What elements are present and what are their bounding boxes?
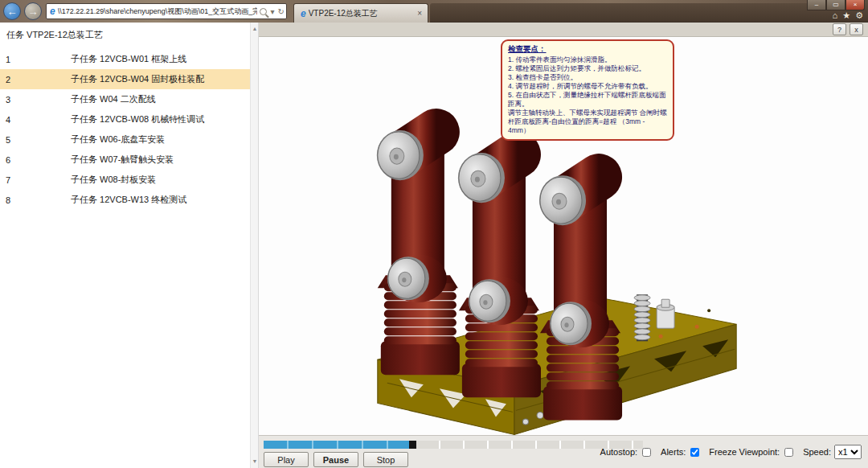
task-label: 子任务 W08-封板安装 xyxy=(71,174,156,186)
task-row-4[interactable]: 4 子任务 12VCB-W08 机械特性调试 xyxy=(0,109,250,129)
browser-tab[interactable]: e VTP2E-12总装工艺 × xyxy=(293,3,428,23)
browser-toolbar-icons: ⌂ ★ ⚙ xyxy=(833,10,863,21)
inspection-note-title: 检查要点： xyxy=(508,44,667,55)
browser-chrome: ← → e \\172.22.21.29\share\chenyupeng\视图… xyxy=(0,0,868,23)
page-icon: e xyxy=(50,6,55,17)
inspection-note-line: 调节主轴转动块上、下螺母来实现超程调节 合闸时螺杆距底板距离-自由位置的距离=超… xyxy=(508,109,667,135)
alerts-label: Alerts: xyxy=(661,447,686,457)
autostop-checkbox[interactable] xyxy=(642,448,651,457)
refresh-icon[interactable]: ↻ xyxy=(278,7,285,16)
task-label: 子任务 12VCB-W13 终检测试 xyxy=(71,194,186,206)
pause-button[interactable]: Pause xyxy=(313,452,358,467)
inspection-note: 检查要点： 1. 传动零件表面均匀涂抹润滑脂。 2. 螺栓紧固后达到力矩要求，并… xyxy=(501,39,674,141)
task-row-6[interactable]: 6 子任务 W07-触臂触头安装 xyxy=(0,150,250,170)
tab-strip xyxy=(430,3,868,23)
inspection-note-line: 3. 检查挡卡是否到位。 xyxy=(508,73,667,82)
task-row-5[interactable]: 5 子任务 W06-底盘车安装 xyxy=(0,129,250,150)
scroll-down-icon[interactable]: ▼ xyxy=(251,457,259,466)
pole-2[interactable] xyxy=(458,146,541,397)
task-label: 子任务 W04 二次配线 xyxy=(71,93,156,105)
task-row-2-selected[interactable]: 2 子任务 12VCB-W04 固封极柱装配 xyxy=(0,69,250,89)
task-number: 2 xyxy=(6,75,10,84)
viewer-canvas[interactable]: 检查要点： 1. 传动零件表面均匀涂抹润滑脂。 2. 螺栓紧固后达到力矩要求，并… xyxy=(259,37,868,435)
playback-options: Autostop: Alerts: Freeze Viewpoint: Spee… xyxy=(600,445,862,459)
transport-controls: Play Pause Stop xyxy=(264,452,408,467)
back-button[interactable]: ← xyxy=(3,2,21,20)
help-button[interactable]: ? xyxy=(833,23,846,35)
task-number: 8 xyxy=(6,195,10,205)
tab-favicon: e xyxy=(301,8,306,19)
tab-title: VTP2E-12总装工艺 xyxy=(309,8,415,19)
stop-button[interactable]: Stop xyxy=(363,452,408,467)
viewer-toolbar: ? x xyxy=(259,23,868,37)
sensor-cylinder xyxy=(657,299,674,328)
window-buttons: – ▭ × xyxy=(807,0,865,10)
task-label: 子任务 12VCB-W04 固封极柱装配 xyxy=(71,73,204,85)
speed-select[interactable]: x1 xyxy=(834,445,862,459)
task-row-3[interactable]: 3 子任务 W04 二次配线 xyxy=(0,89,250,109)
task-row-1[interactable]: 1 子任务 12VCB-W01 框架上线 xyxy=(0,49,250,69)
task-number: 4 xyxy=(6,115,10,125)
task-row-7[interactable]: 7 子任务 W08-封板安装 xyxy=(0,170,250,190)
speed-label: Speed: xyxy=(803,447,831,457)
pole-3[interactable] xyxy=(539,169,622,420)
minimize-button[interactable]: – xyxy=(807,0,826,10)
task-label: 子任务 W07-触臂触头安装 xyxy=(71,154,174,166)
forward-button[interactable]: → xyxy=(24,2,42,20)
task-number: 7 xyxy=(6,175,10,185)
timeline-marker[interactable] xyxy=(409,441,416,449)
task-number: 1 xyxy=(6,55,10,64)
close-window-button[interactable]: × xyxy=(845,0,865,10)
alerts-checkbox[interactable] xyxy=(690,448,699,457)
tab-close-icon[interactable]: × xyxy=(415,9,424,18)
task-label: 子任务 12VCB-W01 框架上线 xyxy=(71,53,186,65)
freeze-viewpoint-checkbox[interactable] xyxy=(784,448,793,457)
task-number: 6 xyxy=(6,155,10,165)
settings-gear-icon[interactable]: ⚙ xyxy=(855,10,863,21)
task-list-header: 任务 VTP2E-12总装工艺 xyxy=(0,23,250,49)
task-label: 子任务 12VCB-W08 机械特性调试 xyxy=(71,113,204,125)
autostop-label: Autostop: xyxy=(600,447,637,457)
address-bar[interactable]: e \\172.22.21.29\share\chenyupeng\视图\动画\… xyxy=(46,3,287,19)
address-dropdown-icon[interactable]: ▾ xyxy=(271,7,275,16)
inspection-note-line: 5. 在自由状态下，测量绝缘拉杆下端螺杆距底板端面距离。 xyxy=(508,91,667,109)
contact-spring xyxy=(634,294,650,341)
timeline-progress xyxy=(264,441,409,449)
freeze-viewpoint-label: Freeze Viewpoint: xyxy=(709,447,780,457)
inspection-note-line: 1. 传动零件表面均匀涂抹润滑脂。 xyxy=(508,55,667,64)
viewer-pane: ? x xyxy=(259,23,868,468)
pole-1[interactable] xyxy=(377,124,460,375)
task-row-8[interactable]: 8 子任务 12VCB-W13 终检测试 xyxy=(0,190,250,210)
play-button[interactable]: Play xyxy=(264,452,309,467)
task-label: 子任务 W06-底盘车安装 xyxy=(71,133,165,146)
close-viewer-button[interactable]: x xyxy=(850,23,863,35)
inspection-note-line: 2. 螺栓紧固后达到力矩要求，并做防松标记。 xyxy=(508,64,667,73)
playback-bar: Play Pause Stop Autostop: Alerts: Freeze… xyxy=(259,435,868,468)
favorites-star-icon[interactable]: ★ xyxy=(842,10,850,21)
scroll-up-icon[interactable]: ▲ xyxy=(251,24,259,34)
page-content: 任务 VTP2E-12总装工艺 1 子任务 12VCB-W01 框架上线 2 子… xyxy=(0,23,868,468)
timeline-seekbar[interactable] xyxy=(264,441,643,449)
maximize-button[interactable]: ▭ xyxy=(826,0,845,10)
sidebar-scrollbar[interactable]: ▲ ▼ xyxy=(250,23,258,468)
task-number: 5 xyxy=(6,135,10,145)
home-icon[interactable]: ⌂ xyxy=(833,10,838,21)
address-text[interactable]: \\172.22.21.29\share\chenyupeng\视图\动画\01… xyxy=(58,6,257,17)
task-number: 3 xyxy=(6,95,10,105)
task-list-sidebar: 任务 VTP2E-12总装工艺 1 子任务 12VCB-W01 框架上线 2 子… xyxy=(0,23,259,468)
inspection-note-line: 4. 调节超程时，所调节的螺母不允许带有负载。 xyxy=(508,82,667,91)
search-icon[interactable] xyxy=(260,8,267,15)
